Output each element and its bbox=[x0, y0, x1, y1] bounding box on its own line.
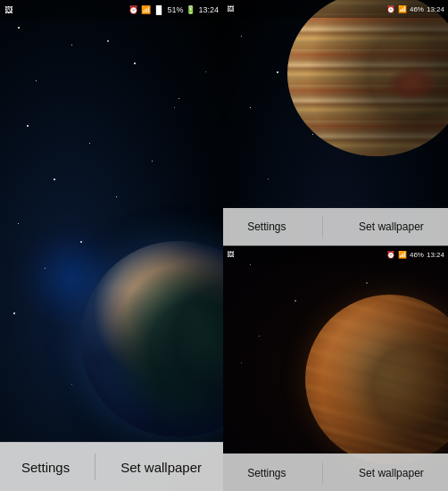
image-icon-rt: 🖼 bbox=[227, 5, 234, 13]
wifi-icon-rb: 📶 bbox=[398, 251, 407, 259]
status-icons-rt: ⏰ 📶 46% 13:24 bbox=[386, 5, 444, 13]
bottom-bar-right-bottom: Settings Set wallpaper bbox=[223, 454, 448, 491]
left-wallpaper-panel: 🖼 ⏰ 📶 ▐▌ 51% 🔋 13:24 Settings Set wallpa… bbox=[0, 0, 223, 491]
wifi-icon-rt: 📶 bbox=[398, 5, 407, 13]
clock-rb: 13:24 bbox=[427, 251, 444, 259]
set-wallpaper-button-rb[interactable]: Set wallpaper bbox=[346, 462, 436, 484]
status-bar-right-bottom: 🖼 ⏰ 📶 46% 13:24 bbox=[223, 246, 448, 264]
alarm-icon-rb: ⏰ bbox=[386, 251, 395, 259]
clock: 13:24 bbox=[198, 5, 219, 14]
button-divider bbox=[95, 454, 95, 480]
battery-label: 51% bbox=[167, 5, 183, 14]
alarm-icon-rt: ⏰ bbox=[386, 5, 395, 13]
settings-button-rb[interactable]: Settings bbox=[235, 462, 298, 484]
wifi-icon: 📶 bbox=[141, 5, 151, 14]
settings-button-rt[interactable]: Settings bbox=[235, 216, 298, 237]
battery-rt: 46% bbox=[410, 5, 424, 13]
button-divider-rt bbox=[322, 216, 323, 237]
battery-icon: 🔋 bbox=[186, 5, 195, 14]
settings-button-left[interactable]: Settings bbox=[4, 453, 87, 482]
status-left-icons: 🖼 bbox=[4, 5, 12, 14]
alarm-icon: ⏰ bbox=[129, 5, 138, 14]
right-panel: 🖼 ⏰ 📶 46% 13:24 Settings Set wallpaper bbox=[223, 0, 448, 491]
status-bar-left: 🖼 ⏰ 📶 ▐▌ 51% 🔋 13:24 bbox=[0, 0, 223, 20]
status-right-icons: ⏰ 📶 ▐▌ 51% 🔋 13:24 bbox=[129, 5, 219, 14]
set-wallpaper-button-rt[interactable]: Set wallpaper bbox=[346, 216, 436, 237]
signal-icon: ▐▌ bbox=[153, 5, 165, 14]
status-bar-right-top: 🖼 ⏰ 📶 46% 13:24 bbox=[223, 0, 448, 18]
bottom-bar-right-top: Settings Set wallpaper bbox=[223, 208, 448, 246]
bottom-bar-left: Settings Set wallpaper bbox=[0, 442, 223, 491]
clock-rt: 13:24 bbox=[427, 5, 444, 13]
image-icon: 🖼 bbox=[4, 5, 12, 14]
button-divider-rb bbox=[322, 462, 323, 484]
right-top-panel: 🖼 ⏰ 📶 46% 13:24 Settings Set wallpaper bbox=[223, 0, 448, 246]
set-wallpaper-button-left[interactable]: Set wallpaper bbox=[103, 453, 220, 482]
right-bottom-panel: 🖼 ⏰ 📶 46% 13:24 Settings Set wallpaper bbox=[223, 246, 448, 492]
image-icon-rb: 🖼 bbox=[227, 251, 234, 259]
status-icons-rb: ⏰ 📶 46% 13:24 bbox=[386, 251, 444, 259]
battery-rb: 46% bbox=[410, 251, 424, 259]
